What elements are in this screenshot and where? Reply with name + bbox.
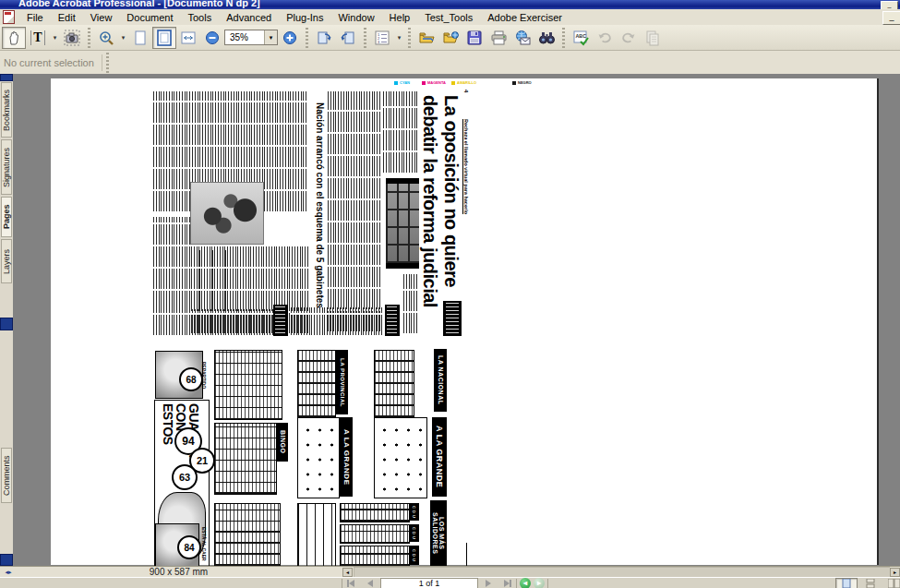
copy-pages-button[interactable] bbox=[641, 27, 665, 49]
open-web-page-button[interactable] bbox=[438, 27, 462, 49]
actual-size-button[interactable] bbox=[128, 27, 152, 49]
pdf-page[interactable]: CYAN MAGENTA AMARILLO NEGRO bbox=[51, 78, 879, 565]
zoom-combo-dropdown[interactable]: ▾ bbox=[264, 30, 277, 44]
menu-plugins[interactable]: Plug-Ins bbox=[279, 11, 330, 24]
toolbar-separator[interactable] bbox=[362, 28, 368, 48]
status-bar: ◂▸ 900 x 587 mm ◂ ▸ bbox=[0, 566, 900, 577]
zoom-out-button[interactable] bbox=[200, 27, 224, 49]
toolbar-separator[interactable] bbox=[304, 28, 310, 48]
properties-bar: No current selection bbox=[0, 51, 900, 75]
previous-view-button[interactable]: ◂ bbox=[520, 578, 531, 588]
black-swatch bbox=[512, 81, 516, 85]
menu-edit[interactable]: Edit bbox=[51, 11, 83, 24]
email-button[interactable] bbox=[510, 27, 534, 49]
rotate-clockwise-button[interactable] bbox=[312, 27, 336, 49]
save-button[interactable] bbox=[462, 27, 486, 49]
menu-adobe-exerciser[interactable]: Adobe Exerciser bbox=[480, 11, 570, 24]
lottery-list bbox=[297, 503, 336, 566]
cdu-table bbox=[340, 524, 410, 544]
previous-page-button[interactable] bbox=[363, 579, 378, 588]
copy-pages-icon bbox=[644, 30, 661, 46]
nav-separator bbox=[516, 579, 517, 588]
tasks-button[interactable]: 123 bbox=[370, 27, 394, 49]
pane-grip[interactable] bbox=[0, 74, 13, 81]
redo-button[interactable] bbox=[617, 27, 641, 49]
fit-page-button[interactable] bbox=[152, 27, 176, 49]
tab-pages[interactable]: Pages bbox=[1, 197, 12, 237]
single-page-button[interactable] bbox=[835, 578, 858, 588]
toolbar-separator[interactable] bbox=[86, 28, 92, 48]
next-page-button[interactable] bbox=[481, 579, 496, 588]
menu-view[interactable]: View bbox=[83, 11, 120, 24]
grande-header-left: A LA GRANDE bbox=[340, 417, 353, 497]
fit-width-icon bbox=[180, 30, 197, 46]
nav-separator bbox=[547, 579, 548, 588]
zoom-tool-dropdown[interactable]: ▾ bbox=[118, 27, 128, 49]
undo-icon bbox=[596, 30, 613, 46]
toolbar-separator[interactable] bbox=[406, 28, 413, 48]
hand-tool-button[interactable] bbox=[2, 27, 26, 49]
page-size-box[interactable]: 900 x 587 mm bbox=[15, 568, 342, 577]
tasks-dropdown[interactable]: ▾ bbox=[394, 27, 404, 49]
tab-layers[interactable]: Layers bbox=[1, 239, 12, 283]
zoom-level-value: 35% bbox=[230, 32, 248, 42]
pane-grip[interactable] bbox=[0, 318, 13, 330]
menu-advanced[interactable]: Advanced bbox=[219, 11, 279, 24]
email-globe-icon bbox=[514, 30, 532, 46]
menu-file[interactable]: File bbox=[19, 11, 51, 24]
menu-document[interactable]: Document bbox=[119, 11, 180, 24]
page-indicator-field[interactable]: 1 of 1 bbox=[380, 578, 478, 588]
tab-signatures[interactable]: Signatures bbox=[1, 139, 12, 195]
search-button[interactable] bbox=[534, 27, 558, 49]
print-button[interactable] bbox=[486, 27, 510, 49]
first-page-button[interactable] bbox=[345, 579, 360, 588]
snapshot-tool-button[interactable] bbox=[60, 27, 84, 49]
menu-window[interactable]: Window bbox=[330, 11, 381, 24]
undo-button[interactable] bbox=[593, 27, 617, 49]
page-layout-buttons bbox=[835, 578, 900, 588]
continuous-layout-button[interactable] bbox=[859, 578, 882, 588]
horizontal-scrollbar-track[interactable] bbox=[354, 567, 890, 578]
news-black-box bbox=[385, 305, 400, 336]
splitter-arrows-icon[interactable]: ◂▸ bbox=[2, 568, 15, 577]
scroll-left-button[interactable]: ◂ bbox=[342, 568, 353, 577]
title-bar: Adobe Acrobat Professional - [Documento … bbox=[0, 0, 900, 9]
select-tool-button[interactable]: T bbox=[26, 27, 50, 49]
document-icon[interactable] bbox=[3, 10, 15, 24]
minimize-button[interactable]: _ bbox=[881, 1, 898, 9]
zoom-tool-button[interactable] bbox=[94, 27, 118, 49]
lottery-number-84: 84 bbox=[177, 535, 201, 559]
zoom-in-button[interactable] bbox=[278, 27, 302, 49]
binoculars-icon bbox=[538, 30, 556, 46]
menu-tools[interactable]: Tools bbox=[181, 11, 220, 24]
last-page-button[interactable] bbox=[498, 579, 513, 588]
reg-mark-yellow: AMARILLO bbox=[451, 80, 476, 85]
facing-layout-button[interactable] bbox=[883, 578, 900, 588]
page-rotate-ccw-icon bbox=[340, 30, 356, 46]
lottery-table bbox=[214, 423, 277, 495]
grande-numbers-right bbox=[374, 417, 427, 498]
tab-bookmarks[interactable]: Bookmarks bbox=[1, 82, 12, 138]
lottery-number-68: 68 bbox=[179, 367, 203, 391]
pane-grip[interactable] bbox=[0, 554, 13, 566]
properties-bar-grip[interactable] bbox=[104, 53, 111, 73]
document-pane[interactable]: CYAN MAGENTA AMARILLO NEGRO bbox=[13, 74, 900, 566]
menu-test-tools[interactable]: Test_Tools bbox=[417, 11, 480, 24]
fit-width-button[interactable] bbox=[176, 27, 200, 49]
zoom-level-combo[interactable]: 35% ▾ bbox=[224, 30, 278, 45]
next-view-button[interactable]: ▸ bbox=[534, 578, 545, 588]
svg-text:ABC: ABC bbox=[575, 33, 586, 39]
cdu-header: C D U bbox=[409, 524, 419, 542]
child-minimize-button[interactable]: _ bbox=[882, 11, 900, 25]
spellcheck-button[interactable]: ABC bbox=[569, 27, 593, 49]
lottery-table bbox=[297, 350, 336, 418]
open-button[interactable] bbox=[414, 27, 438, 49]
toolbar-separator[interactable] bbox=[560, 28, 567, 48]
tab-comments[interactable]: Comments bbox=[1, 448, 12, 503]
scroll-right-button[interactable]: ▸ bbox=[890, 568, 900, 577]
menu-help[interactable]: Help bbox=[382, 11, 418, 24]
rotate-counterclockwise-button[interactable] bbox=[336, 27, 360, 49]
select-tool-dropdown[interactable]: ▾ bbox=[50, 27, 60, 49]
camera-icon bbox=[64, 30, 80, 46]
bingo-header: BINGO bbox=[277, 423, 288, 462]
